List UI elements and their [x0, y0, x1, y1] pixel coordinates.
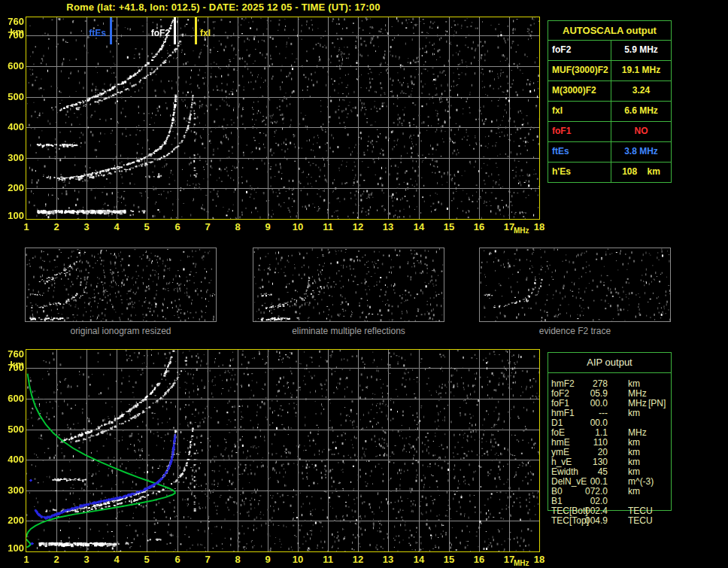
fof2-value: 5.9 MHz [611, 41, 671, 60]
y-tick-label: 300 [4, 153, 24, 163]
x-tick-label: 3 [77, 554, 96, 565]
top-ionogram-canvas [26, 17, 539, 219]
aip-unit: TECU [628, 516, 653, 526]
x-tick-label: 10 [288, 554, 308, 565]
aip-row-deln-ve: DelN_vE00.1m^(-3) [548, 477, 671, 487]
x-tick-label: 3 [77, 222, 96, 232]
ftes-label: ftEs [548, 142, 611, 162]
x-tick-label: 11 [318, 554, 338, 565]
x-tick-label: 7 [198, 222, 217, 232]
x-tick-label: 1 [17, 554, 36, 565]
fof2-marker-line [174, 17, 176, 44]
fxi-marker-line [195, 17, 197, 44]
thumbnail-original-canvas [26, 248, 216, 321]
thumbnail-eliminate-reflections [253, 248, 444, 322]
fxi-label: fxI [548, 102, 611, 121]
muf3000f2-value: 19.1 MHz [611, 61, 671, 80]
y-tick-label: 760 [4, 17, 24, 27]
fof2-marker-label: foF2 [137, 28, 170, 38]
x-tick-label: 1 [17, 222, 36, 232]
muf3000f2-label: MUF(3000)F2 [548, 61, 611, 80]
x-tick-label: 13 [378, 222, 398, 232]
y-tick-label: 600 [4, 393, 24, 404]
fxi-marker-label: fxI [200, 28, 211, 38]
table-row-muf3000f2: MUF(3000)F2 19.1 MHz [548, 60, 671, 80]
table-row-m3000f2: M(3000)F2 3.24 [548, 80, 671, 101]
x-tick-label: 14 [409, 554, 429, 565]
m3000f2-label: M(3000)F2 [548, 81, 611, 101]
y-tick-label: 600 [4, 61, 24, 71]
hes-label: h'Es [548, 163, 611, 182]
aip-row-b0: B0072.0km [548, 487, 671, 497]
y-tick-label: 500 [4, 92, 24, 102]
y-tick-label: 100 [4, 211, 24, 221]
ftes-marker-line [110, 17, 112, 44]
x-tick-label: 9 [258, 222, 278, 232]
y-tick-label: 700 [4, 30, 24, 41]
y-tick-label: 100 [4, 543, 24, 554]
x-tick-label: 12 [348, 222, 368, 232]
x-tick-label: 7 [198, 554, 217, 565]
ftes-value: 3.8 MHz [611, 142, 671, 162]
x-tick-label: 5 [137, 554, 156, 565]
x-tick-label: 18 [529, 554, 549, 565]
x-tick-label: 18 [529, 222, 549, 232]
thumbnail-evidence-canvas [480, 248, 670, 321]
x-tick-label: 5 [137, 222, 156, 232]
x-tick-label: 13 [378, 554, 398, 565]
thumbnail-original-ionogram [25, 248, 217, 322]
y-tick-label: 700 [4, 363, 24, 373]
page-title: Rome (lat: +41.8, lon: 012.5) - DATE: 20… [0, 2, 447, 13]
x-tick-label: 4 [107, 554, 126, 565]
autoscala-window: Rome (lat: +41.8, lon: 012.5) - DATE: 20… [0, 0, 728, 568]
autoscala-output-table: AUTOSCALA output foF2 5.9 MHz MUF(3000)F… [548, 20, 672, 183]
x-tick-label: 15 [439, 554, 459, 565]
y-tick-label: 760 [4, 349, 24, 360]
x-tick-label: 16 [469, 222, 489, 232]
x-tick-label: 6 [168, 222, 187, 232]
aip-unit: km [628, 409, 640, 418]
m3000f2-value: 3.24 [611, 81, 671, 101]
x-tick-label: 15 [439, 222, 459, 232]
y-tick-label: 400 [4, 122, 24, 132]
aip-value: 004.9 [570, 516, 608, 526]
x-tick-label: 12 [348, 554, 368, 565]
table-row-ftes: ftEs 3.8 MHz [548, 141, 671, 162]
x-tick-label: 6 [168, 554, 187, 565]
y-tick-label: 500 [4, 424, 24, 435]
bottom-ionogram-canvas [26, 350, 539, 551]
x-tick-label: 11 [318, 222, 338, 232]
thumbnail-caption-evidence: evidence F2 trace [479, 326, 671, 336]
table-row-fof1: foF1 NO [548, 121, 671, 141]
bottom-ionogram-plot [26, 349, 540, 552]
fof2-label: foF2 [548, 41, 611, 60]
ftes-marker-label: ftEs [73, 28, 106, 38]
x-tick-label: 8 [228, 554, 247, 565]
y-tick-label: 200 [4, 515, 24, 526]
thumbnail-caption-eliminate: eliminate multiple reflections [253, 326, 444, 336]
autoscala-table-title: AUTOSCALA output [548, 21, 671, 40]
aip-extra: [PN] [648, 399, 666, 409]
aip-row-d1: D100.0 [548, 418, 671, 428]
x-tick-label: 4 [107, 222, 126, 232]
x-tick-label: 2 [47, 222, 66, 232]
fxi-value: 6.6 MHz [611, 102, 671, 121]
fof1-label: foF1 [548, 122, 611, 141]
y-tick-label: 200 [4, 183, 24, 193]
x-tick-label: 2 [47, 554, 66, 565]
x-tick-label: 9 [258, 554, 278, 565]
table-row-fxi: fxI 6.6 MHz [548, 101, 671, 121]
aip-row-hmf1: hmF1---km [548, 409, 671, 418]
y-tick-label: 300 [4, 485, 24, 496]
aip-unit: km [628, 487, 640, 497]
thumbnail-evidence-f2 [479, 248, 671, 322]
table-row-fof2: foF2 5.9 MHz [548, 40, 671, 60]
aip-row-tec-top-: TEC[Top]004.9TECU [548, 516, 671, 526]
table-row-hes: h'Es 108 km [548, 162, 671, 182]
x-tick-label: 8 [228, 222, 247, 232]
x-axis-unit-label: MHz [514, 226, 529, 235]
y-tick-label: 400 [4, 454, 24, 465]
thumbnail-caption-original: original ionogram resized [25, 326, 217, 336]
top-ionogram-plot: ftEsfoF2fxI [26, 17, 540, 220]
hes-value: 108 km [611, 163, 671, 182]
